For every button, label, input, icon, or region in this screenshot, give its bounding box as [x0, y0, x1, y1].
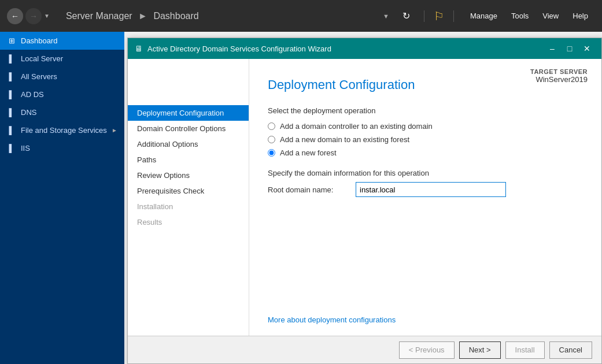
- wizard-nav-deployment[interactable]: Deployment Configuration: [128, 105, 249, 121]
- sidebar-label-all-servers: All Servers: [21, 72, 57, 81]
- dns-icon: ▌: [7, 108, 16, 117]
- nav-dropdown[interactable]: ▼: [44, 13, 50, 19]
- separator: [424, 10, 424, 22]
- close-button[interactable]: ✕: [579, 42, 594, 55]
- wizard-nav-results: Results: [128, 214, 249, 230]
- target-server-label: TARGET SERVER: [530, 68, 588, 75]
- sidebar-label-ad-ds: AD DS: [21, 90, 44, 99]
- main-layout: ⊞ Dashboard ▌ Local Server ▌ All Servers…: [0, 32, 602, 364]
- back-button[interactable]: ←: [7, 8, 23, 24]
- radio-option-1[interactable]: Add a domain controller to an existing d…: [268, 122, 583, 131]
- deployment-radio-group: Add a domain controller to an existing d…: [268, 122, 583, 157]
- menu-help[interactable]: Help: [566, 9, 595, 23]
- wizard-nav-prereqs[interactable]: Prerequisites Check: [128, 183, 249, 199]
- title-separator: ►: [138, 11, 147, 21]
- sidebar-item-dns[interactable]: ▌ DNS: [0, 103, 124, 121]
- cancel-button[interactable]: Cancel: [549, 341, 592, 359]
- sidebar-item-iis[interactable]: ▌ IIS: [0, 139, 124, 157]
- dialog-title-text: Active Directory Domain Services Configu…: [147, 44, 545, 53]
- radio-input-2[interactable]: [268, 136, 275, 143]
- wizard-nav-review[interactable]: Review Options: [128, 168, 249, 183]
- sidebar: ⊞ Dashboard ▌ Local Server ▌ All Servers…: [0, 32, 124, 364]
- target-server-info: TARGET SERVER WinServer2019: [530, 68, 588, 84]
- sidebar-item-dashboard[interactable]: ⊞ Dashboard: [0, 32, 124, 50]
- dialog-overlay: 🖥 Active Directory Domain Services Confi…: [124, 32, 602, 364]
- wizard-nav-additional[interactable]: Additional Options: [128, 136, 249, 152]
- forward-button[interactable]: →: [25, 8, 42, 24]
- dialog-body: Deployment Configuration Domain Controll…: [128, 59, 601, 336]
- separator2: [453, 10, 454, 22]
- deployment-section-label: Select the deployment operation: [268, 106, 583, 115]
- all-servers-icon: ▌: [7, 72, 16, 81]
- notifications-icon[interactable]: ⚐: [434, 9, 444, 23]
- dialog-title-icon: 🖥: [135, 44, 143, 53]
- ad-ds-icon: ▌: [7, 90, 16, 99]
- sidebar-item-file-storage[interactable]: ▌ File and Storage Services ►: [0, 121, 124, 139]
- minimize-button[interactable]: –: [545, 42, 560, 55]
- radio-option-3[interactable]: Add a new forest: [268, 148, 583, 157]
- sidebar-label-dns: DNS: [21, 108, 36, 117]
- radio-input-1[interactable]: [268, 122, 275, 130]
- menu-view[interactable]: View: [535, 9, 566, 23]
- radio-input-3[interactable]: [268, 149, 275, 157]
- sidebar-label-dashboard: Dashboard: [21, 36, 58, 45]
- app-title: Server Manager ► Dashboard: [66, 11, 383, 21]
- wizard-content: TARGET SERVER WinServer2019 Deployment C…: [249, 59, 601, 336]
- local-server-icon: ▌: [7, 54, 16, 63]
- wizard-dialog: 🖥 Active Directory Domain Services Confi…: [127, 38, 602, 364]
- target-server-name: WinServer2019: [530, 75, 588, 84]
- title-bar: ← → ▼ Server Manager ► Dashboard ▼ ↻ ⚐ M…: [0, 0, 602, 32]
- dropdown-indicator: ▼: [383, 13, 389, 20]
- sidebar-item-ad-ds[interactable]: ▌ AD DS: [0, 86, 124, 103]
- sidebar-item-all-servers[interactable]: ▌ All Servers: [0, 68, 124, 86]
- file-storage-icon: ▌: [7, 126, 16, 135]
- domain-section: Specify the domain information for this …: [268, 169, 583, 197]
- wizard-nav-dc-options[interactable]: Domain Controller Options: [128, 121, 249, 136]
- iis-icon: ▌: [7, 144, 16, 153]
- wizard-nav-paths[interactable]: Paths: [128, 152, 249, 168]
- radio-label-3: Add a new forest: [280, 148, 337, 157]
- content-area: 🖥 Active Directory Domain Services Confi…: [124, 32, 602, 364]
- dialog-footer: < Previous Next > Install Cancel: [128, 336, 601, 363]
- more-link[interactable]: More about deployment configurations: [268, 315, 396, 324]
- menu-tools[interactable]: Tools: [504, 9, 535, 23]
- sidebar-label-iis: IIS: [21, 144, 30, 153]
- expand-arrow-icon: ►: [112, 127, 117, 133]
- radio-option-2[interactable]: Add a new domain to an existing forest: [268, 135, 583, 144]
- dashboard-icon: ⊞: [7, 36, 16, 45]
- sidebar-label-file-storage: File and Storage Services: [21, 126, 107, 135]
- sidebar-item-local-server[interactable]: ▌ Local Server: [0, 50, 124, 68]
- domain-section-label: Specify the domain information for this …: [268, 169, 583, 177]
- wizard-nav-installation: Installation: [128, 199, 249, 214]
- sidebar-label-local-server: Local Server: [21, 54, 63, 63]
- radio-label-2: Add a new domain to an existing forest: [280, 135, 409, 144]
- menu-bar: Manage Tools View Help: [463, 9, 595, 23]
- wizard-nav: Deployment Configuration Domain Controll…: [128, 59, 249, 336]
- domain-field-label: Root domain name:: [268, 185, 349, 194]
- window-controls: – □ ✕: [545, 42, 594, 55]
- menu-manage[interactable]: Manage: [463, 9, 504, 23]
- previous-button[interactable]: < Previous: [399, 341, 455, 359]
- radio-label-1: Add a domain controller to an existing d…: [280, 122, 433, 131]
- root-domain-input[interactable]: [356, 182, 506, 197]
- install-button: Install: [505, 341, 545, 359]
- domain-row: Root domain name:: [268, 182, 583, 197]
- dialog-titlebar: 🖥 Active Directory Domain Services Confi…: [128, 38, 601, 59]
- restore-button[interactable]: □: [562, 42, 577, 55]
- refresh-button[interactable]: ↻: [398, 8, 415, 24]
- next-button[interactable]: Next >: [459, 341, 501, 359]
